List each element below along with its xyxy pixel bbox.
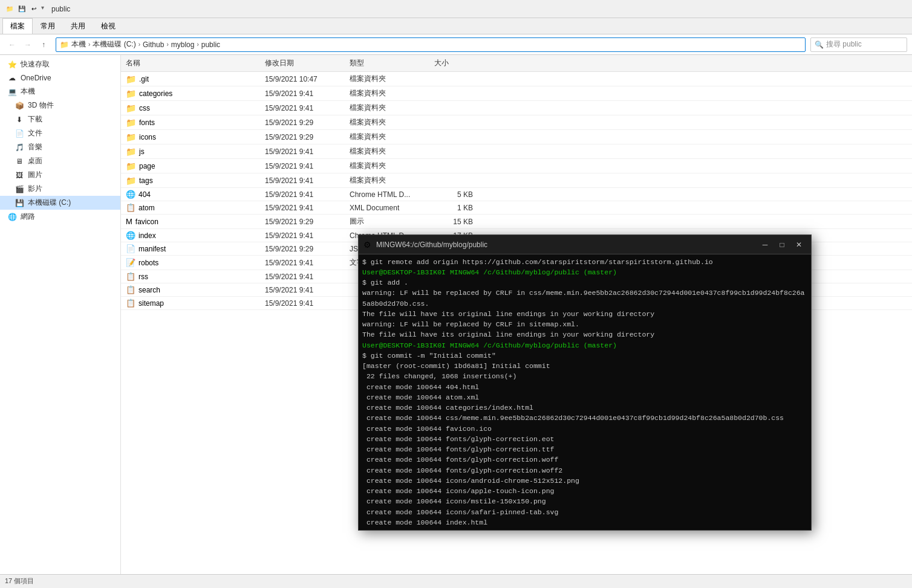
title-text: public (51, 5, 70, 13)
folder-icon: 📁 (126, 103, 136, 113)
file-date: 15/9/2021 9:41 (260, 202, 345, 213)
folder-icon: 📁 (126, 74, 136, 84)
table-row[interactable]: 📁 icons 15/9/2021 9:29 檔案資料夾 (121, 130, 912, 144)
sidebar-item-docs[interactable]: 📄 文件 (0, 126, 120, 140)
sidebar-item-desktop[interactable]: 🖥 桌面 (0, 154, 120, 168)
sidebar-item-video[interactable]: 🎬 影片 (0, 182, 120, 196)
status-bar: 17 個項目 (0, 574, 912, 587)
favicon-icon: M (126, 217, 132, 226)
table-row[interactable]: 📁 tags 15/9/2021 9:41 檔案資料夾 (121, 173, 912, 188)
table-row[interactable]: 📁 .git 15/9/2021 10:47 檔案資料夾 (121, 72, 912, 86)
sidebar-item-quickaccess[interactable]: ⭐ 快速存取 (0, 57, 120, 71)
ribbon: 檔案 常用 共用 檢視 (0, 18, 912, 34)
title-undo-icon[interactable]: ↩ (29, 4, 39, 14)
sidebar-item-music[interactable]: 🎵 音樂 (0, 140, 120, 154)
terminal-line: create mode 100644 404.html (362, 382, 807, 392)
terminal-line: create mode 100644 icons/android-chrome-… (362, 476, 807, 486)
file-type: 檔案資料夾 (345, 87, 429, 100)
terminal-maximize-button[interactable]: □ (775, 239, 789, 251)
table-row[interactable]: 📁 categories 15/9/2021 9:41 檔案資料夾 (121, 86, 912, 101)
file-name: sitemap (138, 299, 164, 308)
file-size: 5 KB (429, 189, 478, 200)
forward-button[interactable]: → (21, 37, 35, 52)
terminal-title: MINGW64:/c/Github/myblog/public (376, 241, 753, 249)
sidebar-downloads-label: 下載 (28, 114, 42, 124)
tab-view[interactable]: 檢視 (93, 18, 123, 34)
folder-icon: 📁 (126, 176, 136, 186)
nav-buttons: ← → ↑ (5, 37, 51, 52)
search-box[interactable]: 🔍 搜尋 public (810, 37, 907, 52)
table-row[interactable]: M favicon 15/9/2021 9:29 圖示 15 KB (121, 215, 912, 229)
network-icon: 🌐 (7, 212, 17, 222)
file-date: 15/9/2021 9:41 (260, 285, 345, 296)
terminal-close-button[interactable]: ✕ (792, 239, 806, 251)
sidebar-item-thispc-header[interactable]: 💻 本機 (0, 85, 120, 99)
file-date: 15/9/2021 9:29 (260, 117, 345, 128)
title-separator: ▾ (41, 4, 44, 14)
tab-file[interactable]: 檔案 (2, 18, 33, 34)
file-name: manifest (138, 245, 166, 253)
sidebar-item-onedrive[interactable]: ☁ OneDrive (0, 71, 120, 85)
col-name-header[interactable]: 名稱 (121, 56, 260, 70)
file-date: 15/9/2021 9:29 (260, 244, 345, 254)
col-date-header[interactable]: 修改日期 (260, 56, 345, 70)
file-type: XML Document (345, 202, 429, 213)
file-type: 檔案資料夾 (345, 73, 429, 85)
app-icon: 📁 (5, 4, 15, 14)
table-row[interactable]: 📁 fonts 15/9/2021 9:29 檔案資料夾 (121, 115, 912, 130)
file-name: 404 (138, 190, 151, 199)
file-date: 15/9/2021 9:41 (260, 298, 345, 309)
file-type: 檔案資料夾 (345, 102, 429, 114)
terminal-line: create mode 100644 fonts/glyph-correctio… (362, 465, 807, 476)
file-date: 15/9/2021 9:41 (260, 161, 345, 172)
col-size-header[interactable]: 大小 (429, 56, 478, 70)
sidebar-item-drive[interactable]: 💾 本機磁碟 (C:) (0, 196, 120, 210)
sidebar-item-network[interactable]: 🌐 網路 (0, 210, 120, 224)
folder-icon: 📁 (126, 118, 136, 128)
terminal-minimize-button[interactable]: ─ (758, 239, 772, 251)
terminal-icon: ⚙ (363, 240, 371, 250)
terminal-line: User@DESKTOP-1B3IK0I MINGW64 /c/Github/m… (362, 267, 807, 277)
address-path[interactable]: 📁 本機 › 本機磁碟 (C:) › Github › myblog › pub… (56, 37, 806, 52)
terminal-body: User@DESKTOP-1B3IK0I MINGW64 /c/Github/m… (359, 254, 811, 530)
sidebar-item-3d[interactable]: 📦 3D 物件 (0, 99, 120, 112)
table-row[interactable]: 📁 js 15/9/2021 9:41 檔案資料夾 (121, 144, 912, 159)
back-button[interactable]: ← (5, 37, 19, 52)
table-row[interactable]: 🌐 404 15/9/2021 9:41 Chrome HTML D... 5 … (121, 188, 912, 201)
terminal-controls: ─ □ ✕ (758, 239, 806, 251)
table-row[interactable]: 📁 css 15/9/2021 9:41 檔案資料夾 (121, 101, 912, 115)
col-type-header[interactable]: 類型 (345, 56, 429, 70)
file-date: 15/9/2021 9:41 (260, 175, 345, 186)
up-button[interactable]: ↑ (36, 37, 51, 52)
file-name: fonts (139, 118, 155, 127)
sidebar-item-pictures[interactable]: 🖼 圖片 (0, 168, 120, 182)
tab-home[interactable]: 常用 (33, 18, 63, 34)
sidebar-item-downloads[interactable]: ⬇ 下載 (0, 112, 120, 126)
terminal-titlebar: ⚙ MINGW64:/c/Github/myblog/public ─ □ ✕ (359, 235, 811, 254)
terminal-line: $ git add . (362, 277, 807, 288)
sidebar: ⭐ 快速存取 ☁ OneDrive 💻 本機 📦 3D 物件 ⬇ 下載 📄 文件… (0, 55, 121, 574)
title-save-icon[interactable]: 💾 (17, 4, 27, 14)
file-type: 檔案資料夾 (345, 145, 429, 158)
file-name: icons (139, 133, 156, 141)
file-name: atom (138, 204, 155, 212)
music-icon: 🎵 (15, 143, 24, 152)
file-date: 15/9/2021 9:29 (260, 216, 345, 227)
file-type: 圖示 (345, 215, 429, 228)
terminal-line: create mode 100644 css/meme.min.9ee5bb2a… (362, 413, 807, 423)
folder-icon: 📁 (126, 132, 136, 142)
file-name: page (139, 162, 155, 170)
xml-icon: 📋 (126, 299, 135, 308)
sidebar-video-label: 影片 (28, 184, 42, 194)
terminal-line: [master (root-commit) 1bd6a81] Initial c… (362, 361, 807, 371)
table-row[interactable]: 📋 atom 15/9/2021 9:41 XML Document 1 KB (121, 201, 912, 215)
video-icon: 🎬 (15, 184, 24, 194)
file-size (429, 121, 478, 124)
search-placeholder: 搜尋 public (826, 39, 862, 50)
terminal-window[interactable]: ⚙ MINGW64:/c/Github/myblog/public ─ □ ✕ … (358, 234, 812, 531)
3d-icon: 📦 (15, 101, 24, 111)
file-name: robots (138, 259, 158, 267)
tab-share[interactable]: 共用 (63, 18, 93, 34)
terminal-line: create mode 100644 icons/apple-touch-ico… (362, 486, 807, 496)
table-row[interactable]: 📁 page 15/9/2021 9:41 檔案資料夾 (121, 159, 912, 173)
